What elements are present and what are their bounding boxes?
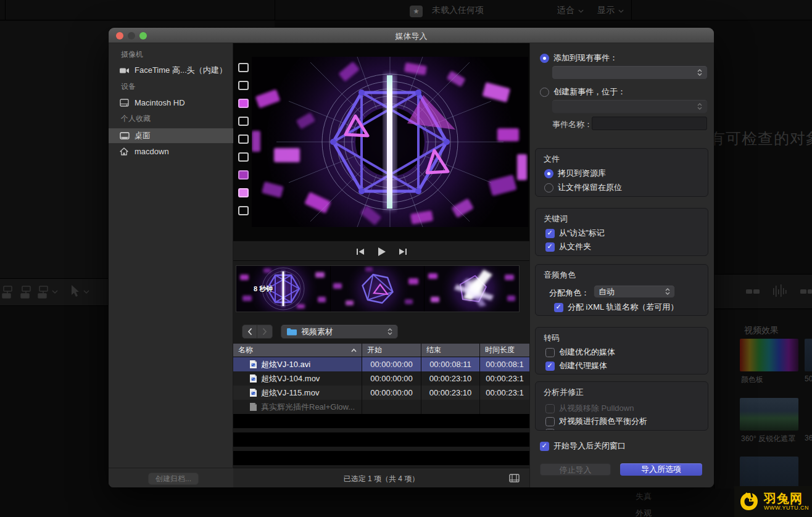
checkbox-checked-icon[interactable]	[545, 362, 555, 371]
clip-name: 超炫VJ-10.avi	[261, 359, 310, 370]
color-balance-option[interactable]: 对视频进行颜色平衡分析	[545, 416, 647, 427]
watermark-title: 羽兔网	[764, 492, 809, 505]
files-group-title: 文件	[544, 154, 560, 165]
checkbox-unchecked-icon[interactable]	[545, 348, 555, 357]
effects-section-header: 视频效果	[744, 325, 779, 336]
copy-to-library-option[interactable]: 拷贝到资源库	[544, 168, 606, 179]
checkbox-unchecked-icon[interactable]	[545, 417, 555, 426]
analyze-title: 分析并修正	[544, 387, 584, 398]
leave-in-place-option[interactable]: 让文件保留在原位	[544, 182, 622, 193]
column-header-end[interactable]: 结束	[421, 344, 480, 357]
filmstrip-frame[interactable]	[425, 266, 519, 312]
favorite-star-icon: ★	[410, 6, 423, 17]
existing-event-popup[interactable]	[552, 65, 708, 80]
folder-path-popup[interactable]: 视频素材	[281, 325, 398, 339]
clip-name: 超炫VJ-104.mov	[261, 373, 320, 384]
document-file-icon	[249, 402, 257, 412]
clip-name: 超炫VJ-115.mov	[261, 387, 319, 399]
filmstrip-sprockets	[235, 56, 252, 228]
clip-end: 00:00:08:11	[421, 357, 480, 371]
video-file-icon	[249, 374, 257, 383]
clip-duration: 00:00:23:1	[480, 386, 529, 400]
effect-thumbnail-colorboard	[740, 339, 798, 371]
clip-name: 真实辉光插件Real+Glow...	[261, 402, 355, 413]
popup-chevrons-icon	[697, 69, 702, 76]
dialog-titlebar[interactable]: 媒体导入	[109, 28, 714, 43]
checkbox-checked-icon[interactable]	[554, 303, 563, 312]
create-archive-button: 创建归档...	[148, 473, 199, 485]
sidebar-section-devices: 设备	[121, 81, 136, 92]
browser-empty-label: 未载入任何项	[432, 5, 484, 16]
background-effects-browser: 视频效果 颜色板 50 360° 反锐化遮罩 36	[714, 310, 812, 489]
sidebar-item-macintosh-hd[interactable]: Macintosh HD	[109, 95, 233, 110]
back-button[interactable]	[242, 325, 257, 339]
effect-thumbnail	[740, 457, 798, 487]
skip-to-start-button[interactable]	[354, 246, 367, 257]
preview-player[interactable]	[233, 43, 529, 241]
event-name-input	[592, 117, 707, 130]
sources-sidebar: 摄像机 FaceTime 高...头（内建） 设备 Macintosh HD 个…	[109, 43, 233, 487]
close-after-import-option[interactable]: 开始导入后关闭窗口	[540, 440, 626, 452]
sidebar-item-macdown[interactable]: macdown	[109, 144, 233, 159]
table-row[interactable]: 超炫VJ-115.mov 00:00:00:00 00:00:23:10 00:…	[233, 386, 529, 400]
filmstrip-frame[interactable]	[236, 266, 331, 312]
navigation-bar: 视频素材	[233, 321, 529, 344]
import-selected-button[interactable]: 导入所选项	[620, 463, 702, 476]
finder-tags-option[interactable]: 从“访达”标记	[545, 228, 605, 239]
watermark-url: WWW.YUTU.CN	[764, 505, 809, 511]
checkbox-checked-icon[interactable]	[545, 229, 555, 238]
column-header-name[interactable]: 名称	[233, 344, 362, 357]
checkbox-checked-icon[interactable]	[545, 242, 555, 252]
chevron-down-icon	[52, 291, 57, 293]
home-icon	[120, 147, 131, 155]
radio-selected-icon[interactable]	[544, 169, 553, 178]
sidebar-item-facetime[interactable]: FaceTime 高...头（内建）	[109, 63, 233, 78]
effect-label: 颜色板	[741, 374, 763, 385]
column-header-duration[interactable]: 时间长度	[480, 344, 529, 357]
add-to-existing-event-option[interactable]: 添加到现有事件：	[540, 52, 618, 64]
list-view-icon	[800, 289, 806, 294]
sidebar-item-desktop[interactable]: 桌面	[109, 128, 233, 143]
table-row[interactable]: 超炫VJ-10.avi 00:00:00:00 00:00:08:11 00:0…	[233, 357, 529, 371]
folder-name: 视频素材	[301, 326, 333, 337]
sidebar-item-label: 桌面	[135, 130, 151, 141]
checkbox-unchecked-icon	[545, 429, 555, 431]
insert-clip-icon	[22, 286, 30, 291]
keywords-group-title: 关键词	[544, 213, 568, 225]
radio-unselected-icon[interactable]	[540, 88, 549, 97]
dialog-title: 媒体导入	[109, 31, 714, 42]
hard-drive-icon	[120, 98, 131, 107]
analyze-group: 分析并修正 从视频移除 Pulldown 对视频进行颜色平衡分析	[535, 381, 708, 431]
column-header-start[interactable]: 开始	[362, 344, 421, 357]
checkbox-checked-icon[interactable]	[540, 442, 549, 451]
play-button[interactable]	[375, 246, 387, 257]
forward-button	[257, 325, 273, 339]
filmstrip-frame[interactable]	[331, 266, 425, 312]
table-row[interactable]: 真实辉光插件Real+Glow...	[233, 400, 529, 414]
from-folders-option[interactable]: 从文件夹	[545, 241, 591, 252]
sidebar-item-label: Macintosh HD	[135, 98, 185, 107]
radio-unselected-icon[interactable]	[544, 183, 553, 192]
empty-table-rows	[233, 414, 529, 468]
optimized-media-option[interactable]: 创建优化的媒体	[545, 347, 615, 358]
effect-label: 360° 反锐化遮罩	[741, 434, 795, 444]
filmstrip-view-icon[interactable]	[509, 474, 520, 482]
clip-filmstrip[interactable]: 8 秒钟	[236, 265, 520, 312]
assign-role-popup[interactable]: 自动	[594, 285, 675, 298]
audio-roles-title: 音频角色	[544, 270, 576, 281]
divider	[631, 0, 632, 20]
chevron-down-icon	[578, 5, 584, 15]
proxy-media-option[interactable]: 创建代理媒体	[545, 360, 607, 371]
divider	[275, 0, 275, 20]
table-row[interactable]: 超炫VJ-104.mov 00:00:00:00 00:00:23:10 00:…	[233, 371, 529, 386]
files-group: 文件 拷贝到资源库 让文件保留在原位	[535, 148, 708, 197]
clip-duration-label: 8 秒钟	[254, 284, 273, 294]
chevron-down-icon	[84, 291, 89, 293]
screen: ★ 未载入任何项 适合 显示 有可检查的对象 视频效果	[0, 0, 812, 517]
selection-status-bar: 已选定 1 项（共 4 项）	[233, 468, 529, 487]
radio-selected-icon[interactable]	[540, 54, 549, 63]
create-new-event-option[interactable]: 创建新事件，位于：	[540, 86, 626, 97]
skip-to-end-button[interactable]	[396, 246, 408, 257]
ixml-track-names-option[interactable]: 分配 iXML 轨道名称（若可用）	[554, 302, 678, 313]
clip-start: 00:00:00:00	[362, 386, 421, 400]
